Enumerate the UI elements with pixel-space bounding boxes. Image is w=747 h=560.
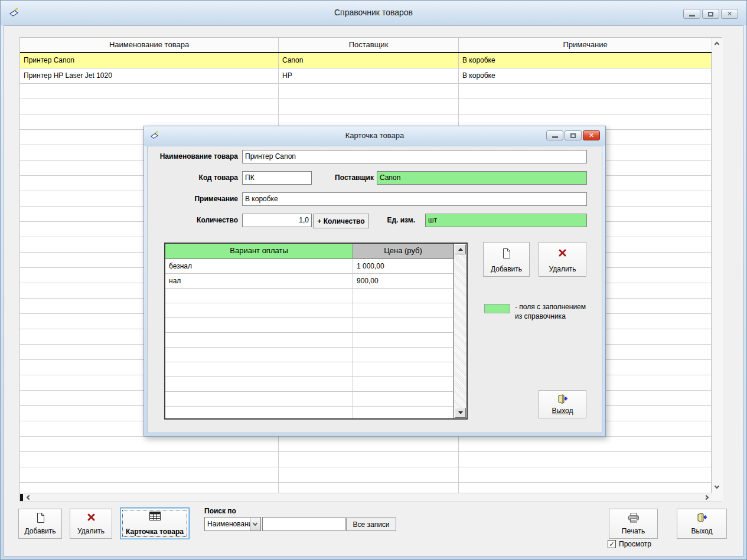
delete-button-label: Удалить [77, 527, 105, 535]
scroll-up-icon[interactable] [715, 42, 719, 47]
price-row[interactable] [165, 377, 454, 392]
close-button[interactable]: ✕ [721, 9, 738, 19]
minimize-icon [552, 136, 558, 138]
column-header-name[interactable]: Наименование товара [20, 38, 279, 52]
add-button-label: Добавить [24, 527, 56, 535]
unit-field[interactable]: шт [425, 214, 587, 227]
all-records-label: Все записи [353, 520, 389, 529]
table-cell [20, 437, 279, 451]
dialog-client-area: Наименование товара Принтер Canon Код то… [147, 146, 602, 433]
price-row[interactable] [165, 348, 454, 362]
table-row[interactable] [20, 452, 712, 467]
table-row[interactable] [20, 437, 712, 452]
dialog-exit-button-label: Выход [552, 407, 573, 415]
price-row[interactable] [165, 289, 454, 303]
dialog-add-button[interactable]: Добавить [483, 242, 530, 277]
table-row[interactable]: Принтер CanonCanonВ коробке [20, 53, 712, 68]
scroll-up-button[interactable] [455, 244, 466, 254]
search-input[interactable] [262, 517, 345, 531]
scroll-left-icon[interactable] [27, 495, 31, 500]
supplier-field-label: Поставщик [295, 171, 374, 185]
delete-button[interactable]: Удалить [70, 509, 112, 539]
preview-checkbox[interactable]: ✓ [608, 540, 616, 548]
table-cell [279, 84, 459, 99]
legend-text: - поля с заполнением из справочника [515, 302, 609, 321]
dialog-titlebar: Карточка товара ✕ [144, 126, 605, 146]
price-row[interactable] [165, 407, 454, 418]
search-field-select[interactable]: Наименованию [204, 517, 261, 531]
dialog-minimize-button[interactable] [546, 130, 563, 140]
price-table-scrollbar[interactable] [454, 244, 467, 418]
close-icon: ✕ [727, 11, 732, 17]
add-quantity-button[interactable]: + Количество [313, 214, 369, 228]
dialog-close-button[interactable]: ✕ [583, 130, 600, 140]
price-cell: 1 000,00 [353, 259, 454, 273]
legend-line-1: - поля с заполнением [515, 302, 609, 312]
supplier-field[interactable]: Canon [377, 171, 587, 185]
price-cell [353, 289, 454, 303]
dialog-maximize-button[interactable] [565, 130, 582, 140]
scroll-down-button[interactable] [455, 408, 466, 418]
table-cell [279, 467, 459, 482]
dialog-delete-button-label: Удалить [549, 265, 576, 273]
table-cell: Принтер Canon [20, 53, 279, 68]
quantity-field-label: Количество [148, 214, 238, 227]
red-x-icon [87, 513, 96, 522]
name-field[interactable]: Принтер Canon [242, 150, 587, 163]
table-cell [459, 84, 712, 99]
price-cell [353, 392, 454, 406]
main-exit-button[interactable]: Выход [677, 509, 727, 539]
scroll-right-icon[interactable] [704, 495, 709, 500]
product-card-button[interactable]: Карточка товара [120, 507, 190, 539]
close-icon: ✕ [589, 132, 594, 139]
scroll-down-icon[interactable] [715, 484, 719, 489]
main-titlebar: Справочник товаров ✕ [1, 1, 746, 25]
price-row[interactable] [165, 303, 454, 318]
price-row[interactable]: безнал1 000,00 [165, 259, 454, 274]
dialog-exit-button[interactable]: Выход [539, 390, 586, 418]
table-cell [459, 467, 712, 482]
scrollbar-corner [712, 493, 723, 502]
price-cell [165, 407, 353, 418]
add-button[interactable]: Добавить [18, 509, 62, 539]
table-row[interactable] [20, 99, 712, 114]
vertical-scrollbar[interactable] [712, 38, 723, 493]
price-cell: безнал [165, 259, 353, 273]
minimize-icon [689, 15, 695, 17]
red-x-icon [558, 248, 567, 257]
price-row[interactable] [165, 318, 454, 333]
table-cell [459, 483, 712, 493]
table-cell: В коробке [459, 53, 712, 68]
maximize-button[interactable] [702, 9, 719, 19]
price-row[interactable] [165, 333, 454, 348]
price-row[interactable] [165, 392, 454, 407]
table-row[interactable] [20, 483, 712, 493]
search-field-value: Наименованию [205, 518, 250, 530]
price-cell [353, 348, 454, 362]
price-cell: нал [165, 274, 353, 288]
column-header-supplier[interactable]: Поставщик [279, 38, 459, 52]
all-records-button[interactable]: Все записи [346, 518, 396, 531]
dialog-delete-button[interactable]: Удалить [539, 242, 586, 277]
table-cell [279, 437, 459, 451]
table-row[interactable] [20, 84, 712, 99]
note-field[interactable]: В коробке [242, 192, 587, 206]
price-table: Вариант оплаты Цена (руб) безнал1 000,00… [164, 243, 468, 420]
products-table-header: Наименование товара Поставщик Примечание [20, 38, 712, 53]
table-row[interactable] [20, 467, 712, 483]
table-cell [20, 99, 279, 114]
name-field-label: Наименование товара [148, 150, 238, 163]
add-quantity-label: + Количество [317, 217, 364, 225]
price-row[interactable] [165, 362, 454, 377]
horizontal-scroll-thumb[interactable] [20, 494, 23, 501]
price-row[interactable]: нал900,00 [165, 274, 454, 289]
price-cell [353, 303, 454, 317]
print-button[interactable]: Печать [609, 509, 658, 539]
table-row[interactable]: Принтер HP Laser Jet 1020HPВ коробке [20, 68, 712, 84]
combo-drop-button[interactable] [250, 518, 260, 530]
maximize-icon [570, 133, 576, 138]
quantity-field[interactable]: 1,0 [242, 214, 312, 227]
minimize-button[interactable] [683, 9, 700, 19]
column-header-note[interactable]: Примечание [459, 38, 712, 52]
horizontal-scrollbar[interactable] [20, 493, 712, 502]
